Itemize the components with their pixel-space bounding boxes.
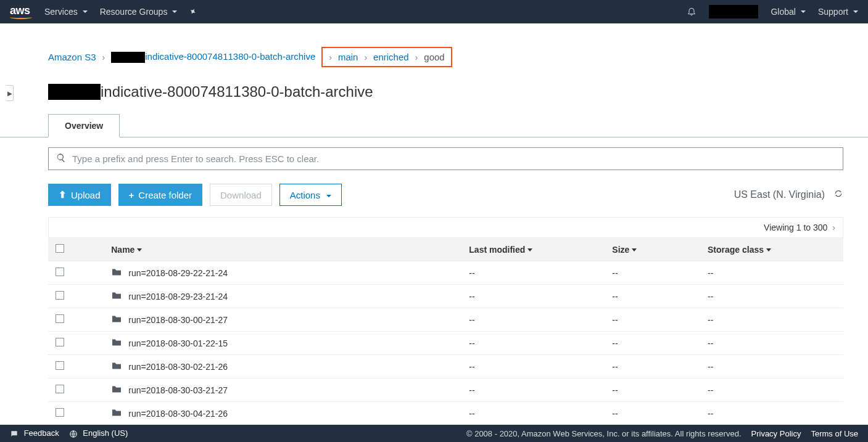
table-row: run=2018-08-29-22-21-24------	[48, 261, 843, 285]
language-link[interactable]: English (US)	[69, 428, 128, 438]
table-row: run=2018-08-30-00-21-27------	[48, 308, 843, 332]
col-last-modified[interactable]: Last modified	[461, 238, 605, 261]
breadcrumb: Amazon S3 › indicative-800074811380-0-ba…	[48, 47, 843, 67]
cell-storage-class: --	[700, 355, 843, 379]
chevron-right-icon: ›	[415, 52, 418, 62]
create-folder-label: Create folder	[138, 190, 192, 200]
breadcrumb-root[interactable]: Amazon S3	[48, 52, 96, 62]
toolbar: ⬆ Upload + Create folder Download Action…	[48, 184, 843, 206]
nav-region[interactable]: Global	[771, 7, 805, 17]
table-row: run=2018-08-30-03-21-27------	[48, 379, 843, 402]
object-name-link[interactable]: run=2018-08-29-22-21-24	[128, 268, 228, 278]
feedback-link[interactable]: Feedback	[10, 428, 59, 438]
nav-resource-groups-label: Resource Groups	[100, 7, 168, 17]
cell-size: --	[605, 379, 700, 402]
breadcrumb-good: good	[424, 52, 444, 62]
breadcrumb-bucket-label: indicative-800074811380-0-batch-archive	[145, 51, 315, 62]
row-checkbox[interactable]	[56, 408, 64, 417]
pager: Viewing 1 to 300 ›	[48, 217, 843, 237]
cell-size: --	[605, 261, 700, 285]
copyright-text: © 2008 - 2020, Amazon Web Services, Inc.…	[466, 429, 742, 438]
feedback-label: Feedback	[24, 428, 59, 438]
object-table: Name Last modified Size Storage class ru…	[48, 237, 843, 425]
row-checkbox[interactable]	[56, 338, 64, 346]
upload-button[interactable]: ⬆ Upload	[48, 184, 111, 206]
object-name-link[interactable]: run=2018-08-29-23-21-24	[128, 292, 228, 301]
row-checkbox[interactable]	[56, 268, 64, 276]
top-nav: aws Services Resource Groups ✦ Global Su…	[0, 0, 868, 23]
table-row: run=2018-08-30-01-22-15------	[48, 332, 843, 355]
select-all-checkbox[interactable]	[56, 244, 64, 253]
object-name-link[interactable]: run=2018-08-30-02-21-26	[128, 362, 228, 372]
object-name-link[interactable]: run=2018-08-30-03-21-27	[128, 385, 228, 395]
chevron-right-icon: ›	[102, 52, 105, 62]
pager-text: Viewing 1 to 300	[764, 223, 827, 232]
folder-icon	[111, 361, 122, 372]
cell-last-modified: --	[461, 332, 605, 355]
search-box[interactable]	[48, 147, 843, 170]
sort-icon	[134, 245, 142, 255]
cell-size: --	[605, 285, 700, 308]
sort-icon	[764, 245, 771, 255]
cell-size: --	[605, 308, 700, 332]
cell-storage-class: --	[700, 402, 843, 425]
row-checkbox[interactable]	[56, 291, 64, 300]
cell-storage-class: --	[700, 332, 843, 355]
create-folder-button[interactable]: + Create folder	[118, 184, 202, 206]
aws-swoosh-icon	[10, 15, 32, 19]
cell-storage-class: --	[700, 285, 843, 308]
col-storage-class[interactable]: Storage class	[700, 238, 843, 261]
terms-link[interactable]: Terms of Use	[811, 429, 858, 438]
folder-icon	[111, 408, 122, 419]
pager-next-icon[interactable]: ›	[832, 223, 835, 232]
cell-size: --	[605, 355, 700, 379]
tab-overview[interactable]: Overview	[48, 114, 120, 137]
cell-last-modified: --	[461, 379, 605, 402]
row-checkbox[interactable]	[56, 314, 64, 323]
privacy-link[interactable]: Privacy Policy	[751, 429, 801, 438]
page-title: indicative-800074811380-0-batch-archive	[101, 83, 373, 100]
chat-icon	[10, 428, 22, 438]
row-checkbox[interactable]	[56, 361, 64, 370]
search-icon	[56, 153, 66, 165]
highlighted-path: › main › enriched › good	[321, 47, 452, 67]
side-panel-toggle[interactable]: ▶	[6, 85, 14, 101]
sort-icon	[525, 245, 532, 255]
cell-size: --	[605, 402, 700, 425]
table-row: run=2018-08-30-04-21-26------	[48, 402, 843, 425]
col-name[interactable]: Name	[104, 238, 461, 261]
refresh-icon[interactable]	[833, 189, 843, 201]
account-menu-redacted[interactable]	[709, 5, 758, 18]
nav-services-label: Services	[44, 7, 78, 17]
nav-support-label: Support	[818, 7, 848, 17]
folder-icon	[111, 338, 122, 348]
sort-icon	[629, 245, 637, 255]
page-title-row: indicative-800074811380-0-batch-archive	[48, 83, 843, 100]
search-input[interactable]	[72, 153, 835, 164]
nav-support[interactable]: Support	[818, 7, 858, 17]
chevron-right-icon: ›	[329, 52, 332, 62]
upload-label: Upload	[71, 190, 101, 200]
notifications-icon[interactable]	[687, 6, 696, 18]
aws-logo-text: aws	[10, 5, 32, 16]
nav-services[interactable]: Services	[44, 7, 88, 17]
breadcrumb-bucket[interactable]: indicative-800074811380-0-batch-archive	[111, 51, 315, 63]
table-row: run=2018-08-29-23-21-24------	[48, 285, 843, 308]
breadcrumb-main[interactable]: main	[338, 52, 358, 62]
page-title-redacted	[48, 84, 101, 100]
object-name-link[interactable]: run=2018-08-30-04-21-26	[128, 409, 228, 419]
chevron-right-icon: ›	[364, 52, 367, 62]
pin-icon[interactable]: ✦	[188, 6, 199, 18]
object-name-link[interactable]: run=2018-08-30-00-21-27	[128, 315, 228, 325]
cell-last-modified: --	[461, 285, 605, 308]
col-size[interactable]: Size	[605, 238, 700, 261]
object-name-link[interactable]: run=2018-08-30-01-22-15	[128, 338, 228, 348]
folder-icon	[111, 314, 122, 325]
nav-resource-groups[interactable]: Resource Groups	[100, 7, 178, 17]
language-label: English (US)	[83, 428, 128, 438]
aws-logo[interactable]: aws	[10, 5, 32, 19]
folder-icon	[111, 268, 122, 278]
actions-button[interactable]: Actions	[279, 184, 342, 206]
row-checkbox[interactable]	[56, 385, 64, 393]
breadcrumb-enriched[interactable]: enriched	[373, 52, 409, 62]
